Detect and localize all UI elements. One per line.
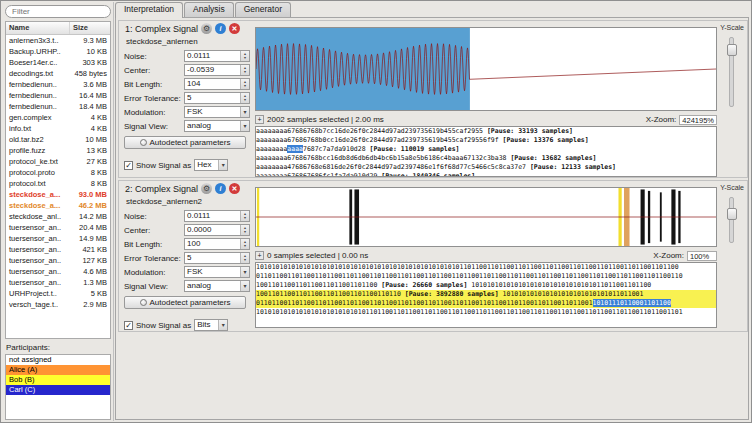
participant-row[interactable]: Bob (B) [6,375,110,385]
spinner-arrows-icon[interactable]: ▴▾ [240,239,249,249]
file-row[interactable]: tuersensor_an..1.3 MB [6,277,110,288]
show-as-combo[interactable]: Bits ▾ [194,319,228,331]
signal-info-icon[interactable]: i [215,23,226,34]
spinner-arrows-icon[interactable]: ▴▾ [240,225,249,235]
file-row[interactable]: tuersensor_an..14.9 MB [6,233,110,244]
combo-box[interactable]: analog▾ [184,280,250,292]
autodetect-label: Autodetect parameters [150,138,231,147]
file-size: 18.4 MB [70,101,110,112]
file-row[interactable]: Backup.URHP..10 KB [6,46,110,57]
spin-box[interactable]: 5▴▾ [184,92,250,104]
autodetect-button[interactable]: Autodetect parameters [124,136,246,149]
column-header-name[interactable]: Name [6,22,70,34]
signal-title: 1: Complex Signal [125,24,198,34]
chevron-down-icon[interactable]: ▾ [240,107,249,117]
file-row[interactable]: versch_tage.t..2.9 MB [6,299,110,310]
signal-header: 2: Complex Signal ⚙ i ✕ [125,183,240,194]
combo-box[interactable]: FSK▾ [184,106,250,118]
file-row[interactable]: fernbedienun..3.6 MB [6,79,110,90]
selection-info-icon[interactable]: + [255,115,264,124]
signal-hex-view[interactable]: aaaaaaaa67686768b7cc16de26f0c2844d97ad23… [255,126,717,177]
x-zoom-value[interactable]: 424195% [679,115,717,125]
y-scale-slider[interactable] [729,37,734,107]
spinner-arrows-icon[interactable]: ▴▾ [240,211,249,221]
file-size: 5 KB [70,288,110,299]
spinner-arrows-icon[interactable]: ▴▾ [240,65,249,75]
chevron-down-icon[interactable]: ▾ [240,267,249,277]
tab-interpretation[interactable]: Interpretation [115,2,183,18]
file-size: 10 MB [70,134,110,145]
y-scale-handle[interactable] [727,208,737,220]
column-header-size[interactable]: Size [70,22,110,34]
spinner-arrows-icon[interactable]: ▴▾ [240,253,249,263]
combo-box[interactable]: analog▾ [184,120,250,132]
spin-box[interactable]: -0.0539▴▾ [184,64,250,76]
file-row[interactable]: URHProject.t..5 KB [6,288,110,299]
signal-info-icon[interactable]: i [215,183,226,194]
autodetect-button[interactable]: Autodetect parameters [124,296,246,309]
spinner-arrows-icon[interactable]: ▴▾ [240,79,249,89]
spin-box[interactable]: 100▴▾ [184,238,250,250]
y-scale-handle[interactable] [727,44,737,56]
x-zoom-label: X-Zoom: [646,115,677,124]
spin-box[interactable]: 5▴▾ [184,252,250,264]
parameter-value: analog [185,121,240,131]
x-zoom-value[interactable]: 100% [687,251,717,261]
file-size: 46.2 MB [70,200,110,211]
file-name: tuersensor_an.. [6,277,70,288]
file-name: old.tar.bz2 [6,134,70,145]
file-row[interactable]: protocol.proto8 KB [6,167,110,178]
file-row[interactable]: Boeser14er.c..303 KB [6,57,110,68]
file-size: 2.9 MB [70,299,110,310]
signal-close-icon[interactable]: ✕ [229,183,240,194]
y-scale-slider[interactable] [729,197,734,243]
file-row[interactable]: tuersensor_an..20.4 MB [6,222,110,233]
spinner-arrows-icon[interactable]: ▴▾ [240,93,249,103]
file-row[interactable]: tuersensor_an..4.6 MB [6,266,110,277]
file-table[interactable]: Name Size anlernen3x3.t..9.3 MBBackup.UR… [5,21,111,339]
chevron-down-icon[interactable]: ▾ [240,281,249,291]
selection-info-icon[interactable]: + [255,251,264,260]
chevron-down-icon[interactable]: ▾ [240,121,249,131]
spin-box[interactable]: 0.0000▴▾ [184,224,250,236]
file-row[interactable]: protocol.txt8 KB [6,178,110,189]
file-row[interactable]: fernbedienun..16.4 MB [6,90,110,101]
signal-waveform[interactable] [255,27,717,111]
show-signal-checkbox[interactable]: ✓ [124,321,133,330]
spinner-arrows-icon[interactable]: ▴▾ [240,51,249,61]
file-row[interactable]: profile.fuzz13 KB [6,145,110,156]
spin-box[interactable]: 0.0111▴▾ [184,50,250,62]
spin-box[interactable]: 0.0111▴▾ [184,210,250,222]
file-row[interactable]: decodings.txt458 bytes [6,68,110,79]
show-signal-checkbox[interactable]: ✓ [124,161,133,170]
file-row[interactable]: steckdose_a...93.0 MB [6,189,110,200]
participant-list[interactable]: not assignedAlice (A)Bob (B)Carl (C) [5,354,111,420]
file-row[interactable]: fernbedienun..18.4 MB [6,101,110,112]
file-row[interactable]: steckdose_anl..14.2 MB [6,211,110,222]
signal-settings-icon[interactable]: ⚙ [201,183,212,194]
signal-settings-icon[interactable]: ⚙ [201,23,212,34]
participant-row[interactable]: Alice (A) [6,365,110,375]
filter-input[interactable] [5,5,111,18]
file-row[interactable]: gen.complex4 KB [6,112,110,123]
tab-generator[interactable]: Generator [235,2,291,17]
file-row[interactable]: tuersensor_an..127 KB [6,255,110,266]
participant-row[interactable]: not assigned [6,355,110,365]
tab-analysis[interactable]: Analysis [184,2,234,17]
file-row[interactable]: anlernen3x3.t..9.3 MB [6,35,110,46]
file-row[interactable]: steckdose_a...46.2 MB [6,200,110,211]
file-size: 9.3 MB [70,35,110,46]
signal-bits-view[interactable]: 1010101010101010101010101010101010101010… [255,262,717,328]
file-row[interactable]: old.tar.bz210 MB [6,134,110,145]
file-row[interactable]: tuersensor_an..421 KB [6,244,110,255]
file-row[interactable]: info.txt4 KB [6,123,110,134]
signal-close-icon[interactable]: ✕ [229,23,240,34]
x-zoom-label: X-Zoom: [653,251,684,260]
signal-waveform[interactable] [255,187,717,247]
spin-box[interactable]: 104▴▾ [184,78,250,90]
file-name: info.txt [6,123,70,134]
participant-row[interactable]: Carl (C) [6,385,110,395]
combo-box[interactable]: FSK▾ [184,266,250,278]
file-row[interactable]: protocol_ke.txt27 KB [6,156,110,167]
show-as-combo[interactable]: Hex ▾ [194,159,228,171]
